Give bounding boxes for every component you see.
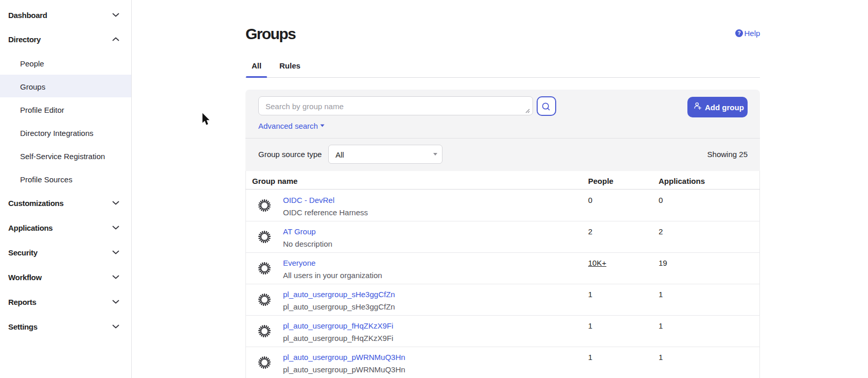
svg-text:?: ?	[737, 30, 740, 36]
